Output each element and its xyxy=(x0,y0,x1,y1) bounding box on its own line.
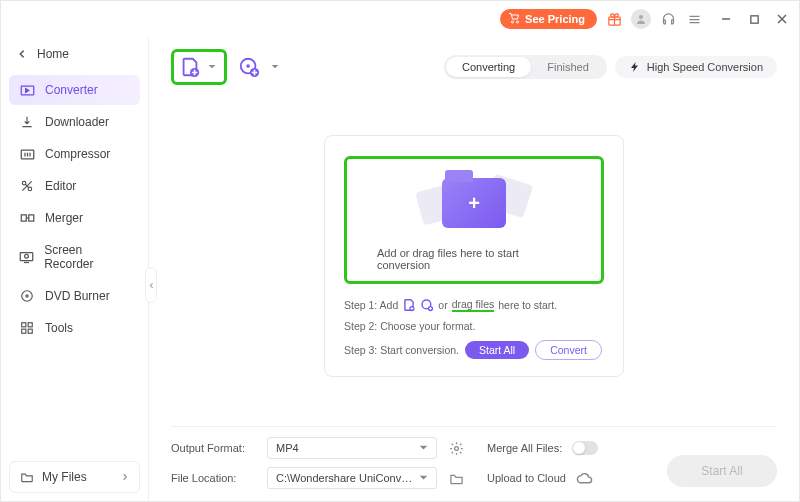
bolt-icon xyxy=(629,61,641,73)
sidebar-label: Screen Recorder xyxy=(44,243,130,271)
back-home[interactable]: Home xyxy=(9,41,140,67)
my-files-button[interactable]: My Files xyxy=(9,461,140,493)
tools-icon xyxy=(19,321,35,335)
merger-icon xyxy=(19,211,35,225)
sidebar-label: Converter xyxy=(45,83,98,97)
cloud-icon[interactable] xyxy=(576,469,594,487)
back-label: Home xyxy=(37,47,69,61)
add-disc-icon xyxy=(420,298,434,312)
tab-finished[interactable]: Finished xyxy=(531,57,605,77)
titlebar: See Pricing xyxy=(1,1,799,37)
folder-icon xyxy=(20,471,34,483)
sidebar-item-converter[interactable]: Converter xyxy=(9,75,140,105)
plus-icon: + xyxy=(468,191,480,214)
see-pricing-button[interactable]: See Pricing xyxy=(500,9,597,29)
sidebar-label: Tools xyxy=(45,321,73,335)
chevron-down-icon xyxy=(419,445,428,451)
chevron-down-icon[interactable] xyxy=(208,63,216,71)
sidebar: Home Converter Downloader Compressor Edi… xyxy=(1,37,149,501)
chevron-down-icon xyxy=(419,475,428,481)
sidebar-label: Merger xyxy=(45,211,83,225)
svg-point-24 xyxy=(454,446,458,450)
file-location-select[interactable]: C:\Wondershare UniConverter 1 xyxy=(267,467,437,489)
pricing-label: See Pricing xyxy=(525,13,585,25)
add-disc-icon xyxy=(238,56,260,78)
upload-label: Upload to Cloud xyxy=(487,472,566,484)
output-format-select[interactable]: MP4 xyxy=(267,437,437,459)
svg-rect-16 xyxy=(28,329,32,333)
chevron-down-icon[interactable] xyxy=(271,63,279,71)
sidebar-item-dvd-burner[interactable]: DVD Burner xyxy=(9,281,140,311)
sidebar-label: Compressor xyxy=(45,147,110,161)
close-button[interactable] xyxy=(775,12,789,26)
merge-label: Merge All Files: xyxy=(487,442,562,454)
add-file-icon xyxy=(179,56,201,78)
hsc-label: High Speed Conversion xyxy=(647,61,763,73)
step-3: Step 3: Start conversion. Start All Conv… xyxy=(344,340,604,360)
minimize-button[interactable] xyxy=(719,12,733,26)
svg-rect-9 xyxy=(20,252,33,260)
chevron-right-icon xyxy=(121,473,129,481)
file-location-value: C:\Wondershare UniConverter 1 xyxy=(276,472,416,484)
high-speed-button[interactable]: High Speed Conversion xyxy=(615,56,777,78)
menu-icon[interactable] xyxy=(685,10,703,28)
add-dvd-button[interactable] xyxy=(235,54,263,80)
maximize-button[interactable] xyxy=(747,12,761,26)
svg-rect-15 xyxy=(22,329,26,333)
convert-pill[interactable]: Convert xyxy=(535,340,602,360)
drop-text: Add or drag files here to start conversi… xyxy=(377,247,571,271)
cart-icon xyxy=(508,13,520,25)
file-location-label: File Location: xyxy=(171,472,257,484)
chevron-left-icon xyxy=(17,49,27,59)
svg-point-1 xyxy=(639,15,643,19)
svg-point-11 xyxy=(22,291,33,302)
sidebar-item-editor[interactable]: Editor xyxy=(9,171,140,201)
download-icon xyxy=(19,115,35,129)
folder-illustration: + xyxy=(419,173,529,233)
step-1: Step 1: Add or drag files here to start. xyxy=(344,298,604,312)
start-all-pill[interactable]: Start All xyxy=(465,341,529,359)
avatar[interactable] xyxy=(631,9,651,29)
sidebar-item-downloader[interactable]: Downloader xyxy=(9,107,140,137)
svg-rect-7 xyxy=(21,215,26,221)
drop-card: + Add or drag files here to start conver… xyxy=(324,135,624,377)
dvd-icon xyxy=(19,289,35,303)
chevron-left-icon xyxy=(148,281,155,290)
start-all-button[interactable]: Start All xyxy=(667,455,777,487)
tab-converting[interactable]: Converting xyxy=(446,57,531,77)
sidebar-item-tools[interactable]: Tools xyxy=(9,313,140,343)
sidebar-item-merger[interactable]: Merger xyxy=(9,203,140,233)
status-tabs: Converting Finished xyxy=(444,55,607,79)
headset-icon[interactable] xyxy=(659,10,677,28)
editor-icon xyxy=(19,179,35,193)
steps: Step 1: Add or drag files here to start.… xyxy=(344,298,604,360)
svg-point-19 xyxy=(246,64,250,68)
collapse-sidebar-button[interactable] xyxy=(145,267,157,303)
sidebar-label: Editor xyxy=(45,179,76,193)
add-file-highlight xyxy=(171,49,227,85)
sidebar-item-compressor[interactable]: Compressor xyxy=(9,139,140,169)
add-file-button[interactable] xyxy=(176,54,204,80)
converter-icon xyxy=(19,83,35,97)
recorder-icon xyxy=(19,250,34,264)
step-2: Step 2: Choose your format. xyxy=(344,320,604,332)
sidebar-label: Downloader xyxy=(45,115,109,129)
open-folder-icon[interactable] xyxy=(447,469,465,487)
sidebar-item-screen-recorder[interactable]: Screen Recorder xyxy=(9,235,140,279)
sidebar-label: DVD Burner xyxy=(45,289,110,303)
svg-rect-13 xyxy=(22,323,26,327)
output-format-value: MP4 xyxy=(276,442,299,454)
main-panel: Converting Finished High Speed Conversio… xyxy=(149,37,799,501)
merge-toggle[interactable] xyxy=(572,441,598,455)
gift-icon[interactable] xyxy=(605,10,623,28)
settings-icon[interactable] xyxy=(447,439,465,457)
my-files-label: My Files xyxy=(42,470,87,484)
drag-files-hint: drag files xyxy=(452,298,495,312)
compress-icon xyxy=(19,147,35,161)
output-format-label: Output Format: xyxy=(171,442,257,454)
svg-rect-14 xyxy=(28,323,32,327)
drop-area[interactable]: + Add or drag files here to start conver… xyxy=(344,156,604,284)
window-controls xyxy=(719,12,789,26)
svg-rect-2 xyxy=(750,15,757,22)
svg-point-10 xyxy=(25,254,29,258)
